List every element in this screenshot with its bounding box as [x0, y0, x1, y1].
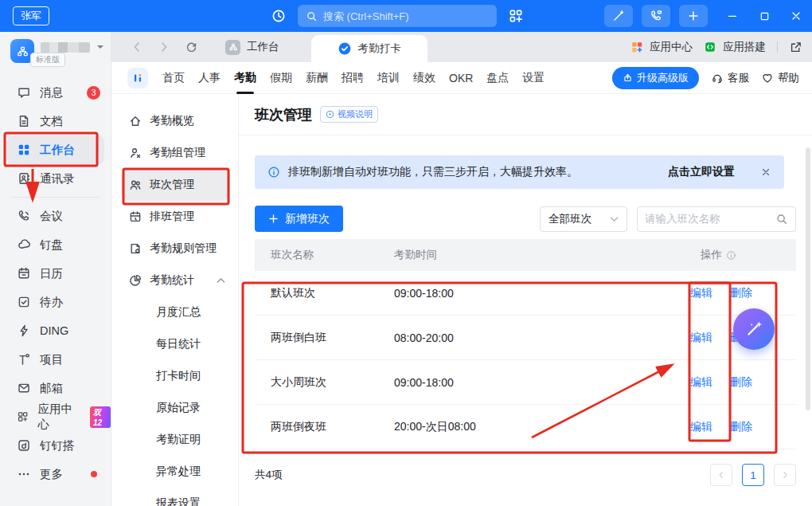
nav-training[interactable]: 培训	[377, 71, 400, 85]
sidebar-item-meeting[interactable]: 会议	[0, 202, 111, 230]
banner-close-icon[interactable]	[760, 167, 771, 178]
users-icon	[129, 178, 142, 191]
nav-performance[interactable]: 绩效	[413, 71, 435, 85]
nav-back-icon[interactable]	[131, 41, 143, 53]
refresh-icon[interactable]	[185, 41, 198, 54]
search-input[interactable]	[323, 10, 482, 22]
nav-okr[interactable]: OKR	[449, 72, 473, 84]
edit-link[interactable]: 编辑	[690, 286, 712, 300]
shift-name-search[interactable]	[637, 206, 796, 232]
nav-settings[interactable]: 设置	[522, 71, 545, 85]
sidebar-item-todo[interactable]: 待办	[0, 288, 111, 316]
next-page-button[interactable]	[774, 464, 796, 486]
sidebar-item-drive[interactable]: 钉盘	[0, 230, 111, 259]
subnav-overview[interactable]: 考勤概览	[111, 105, 238, 137]
delete-link[interactable]: 删除	[730, 420, 752, 434]
global-search[interactable]	[298, 5, 497, 27]
open-in-browser-icon[interactable]	[789, 41, 802, 54]
nav-hr[interactable]: 人事	[198, 71, 221, 85]
support-link[interactable]: 客服	[711, 71, 749, 85]
tab-attendance[interactable]: 考勤打卡	[311, 35, 427, 62]
maximize-button[interactable]	[748, 0, 780, 32]
headset-icon	[711, 72, 724, 84]
sidebar-item-contacts[interactable]: 通讯录	[0, 164, 111, 193]
subnav-group-mgmt[interactable]: 考勤组管理	[111, 137, 238, 169]
table-row: 两班倒夜班 20:00-次日08:00 编辑 删除	[255, 405, 796, 449]
subnav-exception-handling[interactable]: 异常处理	[111, 456, 238, 488]
sidebar-item-calendar[interactable]: 日历	[0, 259, 111, 288]
tab-workbench[interactable]: 工作台	[225, 40, 279, 55]
delete-link[interactable]: 删除	[730, 375, 752, 390]
prev-page-button[interactable]	[710, 464, 732, 486]
ai-assistant-fab[interactable]	[733, 308, 775, 350]
help-link[interactable]: 帮助	[761, 71, 799, 85]
org-switcher[interactable]: 标准版	[0, 32, 111, 73]
app-center-icon	[630, 41, 643, 53]
org-name-redacted	[41, 42, 90, 53]
edit-link[interactable]: 编辑	[690, 331, 712, 345]
nav-attendance[interactable]: 考勤	[234, 71, 256, 85]
subnav-daily-stats[interactable]: 每日统计	[111, 328, 238, 360]
nav-forward-icon[interactable]	[158, 41, 170, 53]
tab-bar: 工作台 考勤打卡 应用中心 应用搭建	[111, 32, 812, 62]
subnav-schedule-mgmt[interactable]: 排班管理	[111, 201, 238, 233]
info-icon[interactable]	[726, 250, 736, 261]
subnav-rules-mgmt[interactable]: 考勤规则管理	[111, 233, 238, 265]
main-sidebar: 标准版 消息 3 文档 工作台 通讯录 会议	[0, 32, 111, 506]
sidebar-divider	[11, 197, 100, 198]
banner-action-link[interactable]: 点击立即设置	[668, 165, 735, 179]
chevron-down-icon	[610, 216, 619, 222]
hr-app-logo-icon	[127, 68, 148, 88]
subnav-shift-mgmt[interactable]: 班次管理	[121, 169, 230, 201]
app-build-link[interactable]: 应用搭建	[704, 40, 766, 54]
nav-recruit[interactable]: 招聘	[342, 71, 364, 85]
sidebar-item-messages[interactable]: 消息 3	[0, 78, 111, 107]
lightning-icon	[17, 324, 31, 338]
nav-inventory[interactable]: 盘点	[486, 71, 509, 85]
search-icon[interactable]	[775, 213, 788, 226]
subnav-statistics[interactable]: 考勤统计	[111, 265, 238, 296]
upgrade-button[interactable]: 升级高级版	[612, 67, 699, 89]
ai-assistant-button[interactable]	[604, 5, 633, 27]
app-center-link[interactable]: 应用中心	[630, 40, 693, 54]
subnav-report-settings[interactable]: 报表设置	[111, 488, 238, 506]
edit-link[interactable]: 编辑	[690, 420, 712, 434]
sidebar-item-workbench[interactable]: 工作台	[6, 135, 104, 164]
sidebar-item-app-center[interactable]: 应用中心 双12	[0, 402, 111, 431]
divider	[777, 41, 778, 53]
add-button[interactable]	[679, 5, 708, 27]
edit-link[interactable]: 编辑	[690, 375, 712, 390]
shift-name-input[interactable]	[645, 213, 775, 225]
sidebar-item-ding[interactable]: DING	[0, 316, 111, 345]
scrollbar-thumb[interactable]	[806, 147, 810, 410]
subnav-raw-records[interactable]: 原始记录	[111, 392, 238, 424]
close-button[interactable]	[780, 0, 812, 32]
minimize-button[interactable]	[716, 0, 748, 32]
subnav-monthly-summary[interactable]: 月度汇总	[111, 296, 238, 328]
sidebar-item-docs[interactable]: 文档	[0, 107, 111, 135]
sidebar-item-mail[interactable]: 邮箱	[0, 374, 111, 402]
nav-payroll[interactable]: 薪酬	[306, 71, 328, 85]
add-shift-button[interactable]: 新增班次	[255, 206, 343, 232]
workspace-grid-add-icon[interactable]	[508, 8, 524, 24]
banner-text: 排班制新增自动对班功能，只需三步开启，大幅提升效率。	[288, 165, 578, 179]
nav-home[interactable]: 首页	[162, 71, 185, 85]
sidebar-item-dingtalk-build[interactable]: 钉钉搭	[0, 431, 111, 460]
play-circle-icon	[326, 110, 334, 119]
nav-leave[interactable]: 假期	[270, 71, 292, 85]
shift-filter-select[interactable]: 全部班次	[540, 206, 627, 232]
call-button[interactable]	[642, 5, 670, 27]
sidebar-item-more[interactable]: 更多	[0, 460, 111, 488]
sidebar-item-project[interactable]: 项目	[0, 345, 111, 374]
current-page[interactable]: 1	[742, 464, 764, 486]
pagination: 1	[710, 464, 796, 486]
current-user-tag[interactable]: 张军	[13, 6, 49, 25]
subnav-punch-time[interactable]: 打卡时间	[111, 360, 238, 392]
chevron-up-icon[interactable]	[217, 277, 225, 284]
video-guide-badge[interactable]: 视频说明	[320, 106, 378, 123]
history-icon[interactable]	[271, 8, 287, 24]
delete-link[interactable]: 删除	[730, 286, 752, 300]
subnav-attendance-proof[interactable]: 考勤证明	[111, 424, 238, 456]
schedule-calendar-icon	[129, 210, 142, 223]
document-icon	[17, 114, 31, 128]
